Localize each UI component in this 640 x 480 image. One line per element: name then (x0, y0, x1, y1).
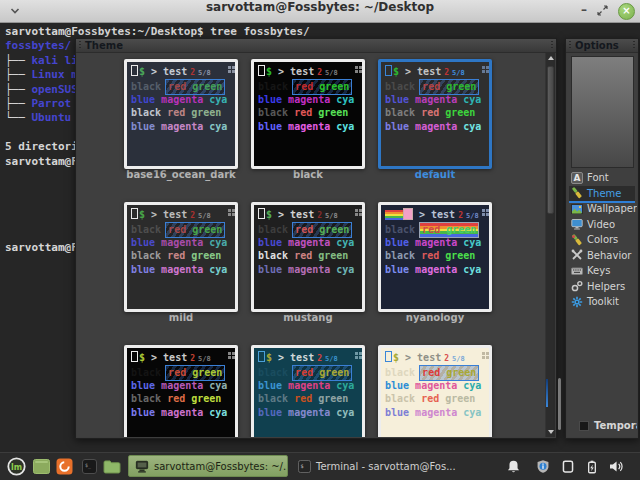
sidebar-item-toolkit[interactable]: Toolkit (569, 294, 635, 310)
notifications-bell-icon[interactable] (505, 458, 522, 475)
scroll-down-icon[interactable] (546, 426, 555, 437)
options-preview-box (571, 56, 634, 168)
file-manager-icon (103, 459, 121, 474)
window-titlebar: sarvottam@Fossbytes: ~/Desktop – × (0, 0, 640, 23)
sidebar-item-colors[interactable]: Colors (569, 232, 635, 248)
clipboard-icon[interactable] (559, 458, 576, 475)
sidebar-item-helpers[interactable]: Helpers (569, 279, 635, 295)
sidebar-item-label: Helpers (587, 281, 625, 292)
theme-tile-partial[interactable]: $ > test25/8blackred greenblue magenta c… (124, 345, 238, 437)
launcher-mini-terminal[interactable]: $_ (79, 456, 99, 476)
scroll-up-icon[interactable] (546, 53, 555, 64)
window-title: sarvottam@Fossbytes: ~/Desktop (0, 0, 640, 14)
theme-tile-partial[interactable]: $ > test25/8blackred greenblue magenta c… (251, 345, 365, 437)
keys-icon (571, 265, 584, 277)
taskbar-window-1[interactable]: sarvottam@Fossbytes: ~/... (128, 455, 288, 477)
cursor-block-icon (131, 65, 138, 76)
cursor-block-icon (258, 351, 265, 362)
helpers-icon (571, 280, 584, 292)
svg-text:$_: $_ (85, 462, 92, 469)
options-panel-title: Options (566, 39, 638, 53)
theme-label: base16_ocean_dark (124, 169, 238, 189)
taskbar-window-2[interactable]: $Terminal - sarvottam@Fos... (292, 455, 458, 477)
restore-button[interactable] (597, 3, 613, 19)
cursor-block-icon (258, 65, 265, 76)
green-app-icon (33, 459, 50, 474)
taskbar-window-label: Terminal - sarvottam@Fos... (316, 461, 456, 472)
cursor-block-icon (385, 351, 392, 362)
theme-cell: $ > test25/8blackred greenblue magenta c… (124, 202, 238, 332)
sidebar-item-wallpaper[interactable]: Wallpaper (569, 201, 635, 217)
options-panel: Options AFontThemeWallpaperVideoColorsBe… (565, 38, 639, 439)
wallpaper-icon (571, 203, 584, 215)
scrollbar-thumb[interactable] (547, 66, 554, 214)
theme-label: black (251, 169, 365, 189)
minimize-button[interactable]: – (576, 3, 592, 19)
sidebar-item-behavior[interactable]: Behavior (569, 248, 635, 264)
theme-tile-black[interactable]: $ > test25/8blackred greenblue magenta c… (251, 59, 365, 169)
desktop-screen: sarvottam@Fossbytes:~/Desktop$ tree foss… (0, 0, 640, 480)
launcher-green-app[interactable] (31, 456, 51, 476)
terminal-small-icon: $ (298, 460, 311, 473)
theme-icon (571, 187, 584, 199)
sidebar-item-label: Font (587, 172, 609, 183)
nyan-cat-icon (403, 208, 413, 220)
sidebar-item-label: Keys (587, 265, 610, 276)
behavior-icon (571, 249, 584, 261)
battery-icon[interactable] (583, 458, 600, 475)
theme-cell: $ > test25/8blackred greenblue magenta c… (251, 345, 365, 437)
sidebar-item-label: Colors (587, 234, 618, 245)
cursor-block-icon (258, 208, 265, 219)
theme-tile-default[interactable]: $ > test25/8blackred greenblue magenta c… (378, 59, 492, 169)
theme-tile-mustang[interactable]: $ > test25/8blackred greenblue magenta c… (251, 202, 365, 312)
launcher-file-manager[interactable] (102, 456, 122, 476)
mint-menu-icon: lm (7, 457, 26, 476)
update-shield-icon[interactable] (534, 458, 551, 475)
nyan-rainbow-icon (385, 210, 403, 220)
theme-panel-title: Theme (76, 39, 556, 53)
sidebar-item-font[interactable]: AFont (569, 170, 635, 186)
theme-cell: $ > test25/8blackred greenblue magenta c… (124, 345, 238, 437)
close-button[interactable]: × (618, 3, 635, 20)
sidebar-item-label: Video (587, 219, 615, 230)
tabs-grid-icon (228, 209, 231, 212)
colors-icon (571, 234, 584, 246)
theme-tile-mild[interactable]: $ > test25/8blackred greenblue magenta c… (124, 202, 238, 312)
temporary-checkbox[interactable] (579, 421, 589, 431)
sidebar-item-video[interactable]: Video (569, 217, 635, 233)
sidebar-item-keys[interactable]: Keys (569, 263, 635, 279)
temporary-label: Temporary (594, 420, 637, 431)
orange-app-icon (56, 458, 73, 475)
sidebar-item-label: Theme (587, 188, 622, 199)
cursor-block-icon (131, 351, 138, 362)
cursor-block-icon (385, 65, 392, 76)
sidebar-item-label: Behavior (587, 250, 631, 261)
tabs-grid-icon (355, 352, 358, 355)
theme-grid: $ > test25/8blackred greenblue magenta c… (124, 59, 492, 437)
theme-tile-partial[interactable]: $ > test25/8blackred greenblue magenta c… (378, 345, 492, 437)
panel-divider-handle[interactable] (558, 378, 561, 430)
launcher-orange-app[interactable] (54, 456, 74, 476)
theme-label: mild (124, 312, 238, 332)
cursor-block-icon (131, 208, 138, 219)
sidebar-item-label: Toolkit (587, 296, 619, 307)
theme-cell: > test25/8blackred greenblue magenta cya… (378, 202, 492, 332)
tabs-grid-icon (228, 352, 231, 355)
volume-icon[interactable] (607, 458, 624, 475)
sidebar-item-label: Wallpaper (587, 203, 637, 214)
theme-cell: $ > test25/8blackred greenblue magenta c… (378, 59, 492, 189)
tabs-grid-icon (355, 66, 358, 69)
tabs-grid-icon (482, 66, 485, 69)
launcher-mint-menu[interactable]: lm (6, 456, 26, 476)
taskbar-window-label: sarvottam@Fossbytes: ~/... (154, 461, 288, 472)
theme-label: nyanology (378, 312, 492, 332)
svg-text:A: A (574, 173, 581, 183)
taskbar: lm$_ sarvottam@Fossbytes: ~/...$Terminal… (0, 452, 640, 480)
theme-panel-body: $ > test25/8blackred greenblue magenta c… (77, 53, 555, 437)
theme-scrollbar[interactable] (545, 53, 555, 437)
sidebar-item-theme[interactable]: Theme (569, 186, 635, 202)
theme-tile-base16_ocean_dark[interactable]: $ > test25/8blackred greenblue magenta c… (124, 59, 238, 169)
theme-tile-nyanology[interactable]: > test25/8blackred greenblue magenta cya… (378, 202, 492, 312)
computer-icon (135, 460, 149, 473)
temporary-option[interactable]: Temporary (579, 420, 637, 431)
